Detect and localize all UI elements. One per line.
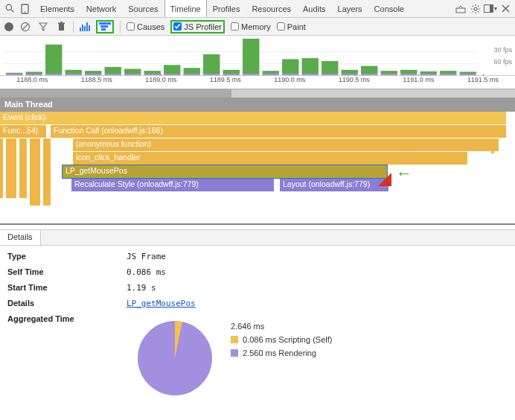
svg-rect-20 <box>59 24 64 31</box>
paint-label: Paint <box>287 22 306 31</box>
svg-rect-66 <box>381 71 397 74</box>
tick: 1190.5 ms <box>322 76 387 89</box>
jsprofiler-checkbox[interactable]: JS Profiler <box>173 22 222 31</box>
gear-icon[interactable] <box>469 2 482 16</box>
tick: 1191.0 ms <box>386 76 451 89</box>
selftime-value: 0.086 ms <box>127 267 166 277</box>
flame-func54[interactable]: Func...54) <box>0 125 46 138</box>
fps-60-label: 60 fps <box>493 58 512 66</box>
flame-lp-getmousepos[interactable]: LP_getMousePos <box>63 165 387 178</box>
aggregated-label: Aggregated Time <box>7 314 127 323</box>
svg-rect-58 <box>302 58 319 74</box>
svg-point-0 <box>6 4 11 10</box>
type-label: Type <box>7 252 127 261</box>
tick: 1191.5 ms <box>451 76 516 89</box>
details-tabrow: Details <box>0 229 515 246</box>
type-value: JS Frame <box>127 252 166 261</box>
svg-rect-42 <box>144 71 161 74</box>
flame-anonymous[interactable]: (anonymous function) <box>73 139 499 151</box>
tab-console[interactable]: Console <box>368 0 410 17</box>
dock-icon[interactable]: ▾ <box>484 2 497 16</box>
memory-label: Memory <box>241 22 271 31</box>
close-icon[interactable] <box>499 2 512 16</box>
jsprofiler-label: JS Profiler <box>184 22 222 31</box>
search-icon[interactable] <box>3 2 16 16</box>
trash-icon[interactable] <box>55 21 67 33</box>
svg-rect-15 <box>490 5 493 13</box>
tick: 1189.0 ms <box>129 76 193 89</box>
tab-resources[interactable]: Resources <box>246 0 297 17</box>
svg-rect-46 <box>184 68 200 74</box>
swatch-rendering <box>231 349 238 357</box>
top-tabs: Elements Network Sources Timeline Profil… <box>34 0 410 17</box>
details-panel: TypeJS Frame Self Time0.086 ms Start Tim… <box>0 246 515 405</box>
svg-rect-74 <box>460 71 476 74</box>
swatch-scripting <box>231 336 238 343</box>
tick: 1190.0 ms <box>258 76 322 89</box>
tab-layers[interactable]: Layers <box>332 0 368 17</box>
svg-line-10 <box>473 5 473 6</box>
minimap[interactable] <box>0 89 515 98</box>
svg-line-1 <box>11 10 13 12</box>
clear-icon[interactable] <box>19 21 31 33</box>
flame-icon-click-handler[interactable]: icon_click_handler <box>73 152 467 165</box>
annotation-arrow: ← <box>396 164 412 183</box>
svg-line-12 <box>473 11 473 12</box>
svg-rect-28 <box>6 73 22 74</box>
causes-checkbox[interactable]: Causes <box>127 22 164 31</box>
svg-rect-21 <box>58 23 65 25</box>
overview-chart[interactable]: 30 fps 60 fps 1188.0 ms 1188.5 ms 1189.0… <box>0 36 515 89</box>
svg-rect-34 <box>65 70 82 74</box>
flamechart-icon-highlight[interactable] <box>96 20 114 34</box>
svg-point-5 <box>474 7 477 10</box>
flame-recalc-style[interactable]: Recalculate Style (onloadwff.js:779) <box>71 179 274 191</box>
tab-timeline[interactable]: Timeline <box>164 0 207 17</box>
svg-rect-4 <box>456 8 465 13</box>
memory-checkbox[interactable]: Memory <box>231 22 271 31</box>
flame-event-click[interactable]: Event (click) <box>0 112 506 124</box>
flame-function-call[interactable]: Function Call (onloadwff.js:166) <box>51 125 506 138</box>
record-button[interactable] <box>4 22 13 31</box>
svg-rect-56 <box>282 59 298 74</box>
svg-rect-32 <box>45 45 62 74</box>
flame-chart[interactable]: Event (click) Func...54) Function Call (… <box>0 112 515 225</box>
svg-rect-30 <box>26 71 42 74</box>
svg-rect-68 <box>400 70 417 74</box>
tab-profiles[interactable]: Profiles <box>207 0 246 17</box>
tab-sources[interactable]: Sources <box>122 0 164 17</box>
timeline-toolbar: Causes JS Profiler Memory Paint <box>0 18 515 36</box>
tab-elements[interactable]: Elements <box>34 0 80 17</box>
svg-rect-64 <box>361 66 377 74</box>
drawer-icon[interactable] <box>454 2 467 16</box>
svg-point-3 <box>24 11 25 13</box>
filter-icon[interactable] <box>37 21 49 33</box>
device-icon[interactable] <box>18 2 31 16</box>
svg-rect-48 <box>203 54 220 74</box>
svg-line-19 <box>22 24 28 30</box>
aggregated-pie <box>134 317 216 399</box>
tick: 1188.5 ms <box>65 76 129 89</box>
paint-checkbox[interactable]: Paint <box>277 22 306 31</box>
svg-rect-60 <box>322 61 338 74</box>
details-link[interactable]: LP_getMousePos <box>127 299 196 308</box>
svg-rect-52 <box>243 39 259 74</box>
tick: 1189.5 ms <box>193 76 258 89</box>
selftime-label: Self Time <box>7 267 127 277</box>
flame-layout[interactable]: Layout (onloadwff.js:779) <box>280 179 388 191</box>
framechart-icon[interactable] <box>80 22 90 31</box>
svg-rect-70 <box>420 71 437 74</box>
fps-30-label: 30 fps <box>493 46 512 54</box>
details-tab[interactable]: Details <box>0 230 41 245</box>
svg-rect-38 <box>105 67 121 74</box>
svg-rect-25 <box>101 28 106 31</box>
tab-network[interactable]: Network <box>80 0 122 17</box>
svg-rect-72 <box>440 71 456 74</box>
svg-line-13 <box>478 5 479 6</box>
svg-rect-22 <box>60 22 63 23</box>
devtools-topbar: Elements Network Sources Timeline Profil… <box>0 0 515 18</box>
starttime-value: 1.19 s <box>127 283 156 293</box>
svg-rect-54 <box>263 71 279 74</box>
svg-rect-24 <box>100 25 108 28</box>
tab-audits[interactable]: Audits <box>297 0 332 17</box>
time-ruler: 1188.0 ms 1188.5 ms 1189.0 ms 1189.5 ms … <box>0 75 515 89</box>
